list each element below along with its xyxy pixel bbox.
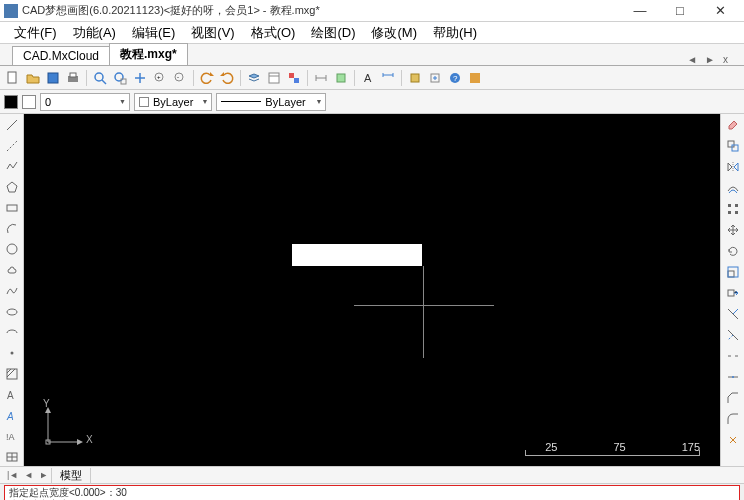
new-icon[interactable] (4, 69, 22, 87)
linetype-dropdown[interactable]: ByLayer (216, 93, 326, 111)
polyline-icon[interactable] (3, 158, 21, 176)
model-tab[interactable]: 模型 (51, 468, 91, 483)
chamfer-icon[interactable] (724, 389, 742, 407)
fillet-icon[interactable] (724, 410, 742, 428)
color-black-icon[interactable] (4, 95, 18, 109)
match-icon[interactable] (285, 69, 303, 87)
properties-icon[interactable] (265, 69, 283, 87)
svg-text:A: A (7, 390, 14, 401)
layer-icon[interactable] (245, 69, 263, 87)
more-icon[interactable] (466, 69, 484, 87)
area-icon[interactable] (332, 69, 350, 87)
zoom-out-icon[interactable]: - (171, 69, 189, 87)
tab-prev[interactable]: ◄ (683, 54, 701, 65)
menu-edit[interactable]: 编辑(E) (124, 24, 183, 42)
svg-line-5 (102, 80, 106, 84)
scale-tool-icon[interactable] (724, 263, 742, 281)
modify-toolbar (720, 114, 744, 466)
join-icon[interactable] (724, 368, 742, 386)
open-icon[interactable] (24, 69, 42, 87)
tab-next[interactable]: ► (701, 54, 719, 65)
mirror-icon[interactable] (724, 158, 742, 176)
copy-icon[interactable] (724, 137, 742, 155)
svg-rect-52 (728, 211, 731, 214)
point-icon[interactable] (3, 344, 21, 362)
minimize-button[interactable]: — (620, 0, 660, 22)
layout-first-icon[interactable]: |◄ (4, 470, 21, 480)
ray-icon[interactable] (3, 137, 21, 155)
polygon-icon[interactable] (3, 178, 21, 196)
menu-draw[interactable]: 绘图(D) (303, 24, 363, 42)
block-icon[interactable] (406, 69, 424, 87)
crosshair-vertical (423, 266, 424, 358)
trim-icon[interactable] (724, 305, 742, 323)
save-icon[interactable] (44, 69, 62, 87)
svg-rect-12 (269, 73, 279, 83)
move-icon[interactable] (724, 221, 742, 239)
insert-icon[interactable] (426, 69, 444, 87)
menu-file[interactable]: 文件(F) (6, 24, 65, 42)
svg-rect-35 (7, 369, 17, 379)
drawing-canvas[interactable]: Y X 25 75 175 (24, 114, 720, 466)
color-dropdown[interactable]: ByLayer (134, 93, 212, 111)
rectangle-icon[interactable] (3, 199, 21, 217)
ucs-y-label: Y (43, 398, 50, 409)
text-icon[interactable]: A (359, 69, 377, 87)
scale-tick-25: 25 (545, 441, 557, 453)
draw-toolbar: A A !A (0, 114, 24, 466)
help-icon[interactable]: ? (446, 69, 464, 87)
offset-icon[interactable] (724, 179, 742, 197)
menu-view[interactable]: 视图(V) (183, 24, 242, 42)
spline-icon[interactable] (3, 282, 21, 300)
layout-prev-icon[interactable]: ◄ (21, 470, 36, 480)
color-value: ByLayer (153, 96, 193, 108)
svg-line-37 (7, 369, 15, 377)
print-icon[interactable] (64, 69, 82, 87)
break-icon[interactable] (724, 347, 742, 365)
menu-func[interactable]: 功能(A) (65, 24, 124, 42)
layout-next-icon[interactable]: ► (36, 470, 51, 480)
tab-close[interactable]: x (719, 54, 732, 65)
rotate-icon[interactable] (724, 242, 742, 260)
color-white-icon[interactable] (22, 95, 36, 109)
layer-value: 0 (45, 96, 51, 108)
zoom-in-icon[interactable]: + (151, 69, 169, 87)
tab-tutorial[interactable]: 教程.mxg* (109, 43, 188, 65)
stretch-icon[interactable] (724, 284, 742, 302)
redo-icon[interactable] (218, 69, 236, 87)
pan-icon[interactable] (131, 69, 149, 87)
undo-icon[interactable] (198, 69, 216, 87)
zoom-extents-icon[interactable] (91, 69, 109, 87)
svg-rect-14 (289, 73, 294, 78)
array-icon[interactable] (724, 200, 742, 218)
revcloud-icon[interactable] (3, 261, 21, 279)
tab-cloud[interactable]: CAD.MxCloud (12, 46, 110, 65)
circle-icon[interactable] (3, 241, 21, 259)
explode-icon[interactable] (724, 431, 742, 449)
menu-help[interactable]: 帮助(H) (425, 24, 485, 42)
ellipse-icon[interactable] (3, 303, 21, 321)
table-icon[interactable] (3, 448, 21, 466)
ellipse-arc-icon[interactable] (3, 324, 21, 342)
arc-icon[interactable] (3, 220, 21, 238)
erase-icon[interactable] (724, 116, 742, 134)
line-icon[interactable] (3, 116, 21, 134)
command-line[interactable]: 指定起点宽度<0.000>：30 指定端点宽度<30.000>：30 (4, 485, 740, 500)
layer-dropdown[interactable]: 0 (40, 93, 130, 111)
text-tool-icon[interactable]: A (3, 407, 21, 425)
properties-toolbar: 0 ByLayer ByLayer (0, 90, 744, 114)
menu-modify[interactable]: 修改(M) (363, 24, 425, 42)
maximize-button[interactable]: □ (660, 0, 700, 22)
menu-format[interactable]: 格式(O) (243, 24, 304, 42)
attribute-icon[interactable]: !A (3, 427, 21, 445)
svg-rect-48 (732, 145, 738, 151)
extend-icon[interactable] (724, 326, 742, 344)
svg-line-29 (7, 120, 17, 130)
distance-icon[interactable] (312, 69, 330, 87)
dim-icon[interactable] (379, 69, 397, 87)
doc-tabbar: CAD.MxCloud 教程.mxg* ◄ ► x (0, 44, 744, 66)
hatch-icon[interactable] (3, 365, 21, 383)
close-button[interactable]: ✕ (700, 0, 740, 22)
zoom-window-icon[interactable] (111, 69, 129, 87)
mtext-icon[interactable]: A (3, 386, 21, 404)
